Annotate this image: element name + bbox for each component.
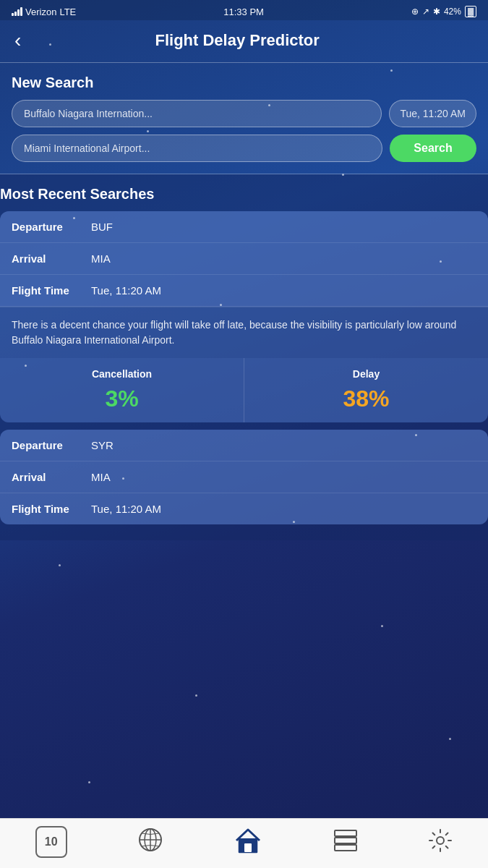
network-type: LTE bbox=[59, 7, 76, 17]
arrival-label-1: Arrival bbox=[12, 252, 91, 265]
status-left: Verizon LTE bbox=[12, 7, 76, 17]
departure-value-2: SYR bbox=[91, 439, 114, 451]
home-icon bbox=[234, 826, 262, 858]
navigation-icon: ↗ bbox=[422, 7, 429, 17]
status-time: 11:33 PM bbox=[223, 7, 264, 17]
arrival-value-2: MIA bbox=[91, 471, 111, 483]
settings-icon bbox=[428, 828, 453, 856]
carrier-name: Verizon bbox=[25, 7, 56, 17]
delay-stat: Delay 38% bbox=[244, 358, 488, 422]
arrival-value-1: MIA bbox=[91, 252, 111, 265]
flighttime-row-2: Flight Time Tue, 11:20 AM bbox=[0, 493, 488, 524]
flighttime-value-2: Tue, 11:20 AM bbox=[91, 503, 161, 515]
battery-icon: ▓ bbox=[465, 6, 476, 17]
datetime-input[interactable]: Tue, 11:20 AM bbox=[389, 100, 476, 127]
departure-input[interactable]: Buffalo Niagara Internation... bbox=[12, 100, 382, 127]
status-bar: Verizon LTE 11:33 PM ⊕ ↗ ✱ 42% ▓ bbox=[0, 0, 488, 20]
tab-settings[interactable] bbox=[428, 828, 453, 856]
arrival-input[interactable]: Miami International Airport... bbox=[12, 135, 382, 162]
cancellation-stat: Cancellation 3% bbox=[0, 358, 244, 422]
result-card-1[interactable]: Departure BUF Arrival MIA Flight Time Tu… bbox=[0, 211, 488, 422]
result-card-2[interactable]: Departure SYR Arrival MIA Flight Time Tu… bbox=[0, 430, 488, 524]
back-button[interactable]: ‹ bbox=[14, 29, 21, 52]
svg-point-8 bbox=[437, 837, 444, 844]
page-title: Flight Delay Predictor bbox=[33, 31, 442, 50]
departure-row-1: Departure BUF bbox=[0, 211, 488, 243]
search-form: Buffalo Niagara Internation... Tue, 11:2… bbox=[12, 100, 476, 174]
new-search-title: New Search bbox=[12, 63, 476, 100]
flighttime-label-2: Flight Time bbox=[12, 503, 91, 515]
tab-radar[interactable] bbox=[137, 827, 163, 858]
search-row-2: Miami International Airport... Search bbox=[12, 135, 476, 162]
delay-value: 38% bbox=[256, 386, 476, 412]
radar-icon bbox=[137, 827, 163, 858]
cancellation-label: Cancellation bbox=[12, 368, 232, 380]
search-row-1: Buffalo Niagara Internation... Tue, 11:2… bbox=[12, 100, 476, 127]
app-header: ‹ Flight Delay Predictor bbox=[0, 20, 488, 62]
cancellation-value: 3% bbox=[12, 386, 232, 412]
departure-label-2: Departure bbox=[12, 439, 91, 451]
flight-description-1: There is a decent chance your flight wil… bbox=[0, 307, 488, 358]
arrival-label-2: Arrival bbox=[12, 471, 91, 483]
flighttime-label-1: Flight Time bbox=[12, 284, 91, 297]
search-button[interactable]: Search bbox=[390, 135, 476, 162]
tab-list[interactable] bbox=[333, 828, 358, 856]
new-search-section: New Search Buffalo Niagara Internation..… bbox=[12, 63, 476, 174]
recent-searches-title: Most Recent Searches bbox=[0, 174, 488, 211]
departure-row-2: Departure SYR bbox=[0, 430, 488, 461]
arrival-row-2: Arrival MIA bbox=[0, 461, 488, 493]
main-content: New Search Buffalo Niagara Internation..… bbox=[0, 63, 488, 174]
signal-icon bbox=[12, 7, 22, 16]
svg-rect-5 bbox=[335, 830, 356, 836]
departure-value-1: BUF bbox=[91, 221, 113, 233]
status-right: ⊕ ↗ ✱ 42% ▓ bbox=[411, 6, 476, 17]
flighttime-row-1: Flight Time Tue, 11:20 AM bbox=[0, 275, 488, 307]
svg-rect-6 bbox=[335, 838, 356, 843]
list-icon bbox=[333, 828, 358, 856]
tab-home[interactable] bbox=[234, 826, 262, 858]
svg-rect-7 bbox=[335, 845, 356, 851]
svg-rect-4 bbox=[244, 843, 252, 852]
battery-level: 42% bbox=[444, 7, 461, 17]
stats-row-1: Cancellation 3% Delay 38% bbox=[0, 358, 488, 422]
tab-bar: 10 bbox=[0, 818, 488, 868]
recent-searches-section: Most Recent Searches Departure BUF Arriv… bbox=[0, 174, 488, 540]
bluetooth-icon: ✱ bbox=[433, 7, 440, 17]
badge-count[interactable]: 10 bbox=[35, 826, 67, 858]
location-icon: ⊕ bbox=[411, 7, 419, 17]
departure-label-1: Departure bbox=[12, 221, 91, 233]
delay-label: Delay bbox=[256, 368, 476, 380]
arrival-row-1: Arrival MIA bbox=[0, 243, 488, 275]
tab-badge[interactable]: 10 bbox=[35, 826, 67, 858]
flighttime-value-1: Tue, 11:20 AM bbox=[91, 284, 161, 297]
